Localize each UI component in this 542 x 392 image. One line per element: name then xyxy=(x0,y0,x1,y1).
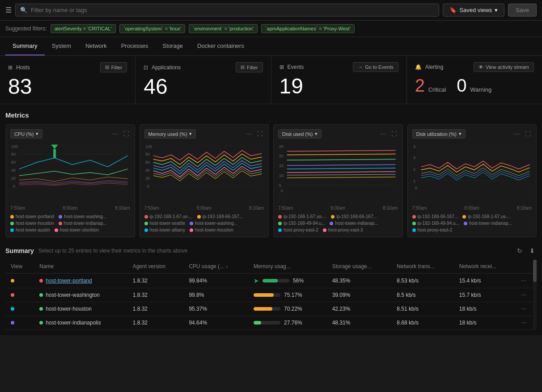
card-events: ⊞ Events → Go to Events 19 xyxy=(271,56,407,104)
nav-tabs: Summary System Network Processes Storage… xyxy=(0,37,542,56)
disk-util-more-btn[interactable]: ⋯ xyxy=(513,130,521,138)
legend-item: host-proxy-east-3 xyxy=(323,228,363,232)
tab-processes[interactable]: Processes xyxy=(114,37,156,55)
scrollbar-track[interactable] xyxy=(533,260,537,330)
filter-tag-0[interactable]: alertSeverity = 'CRITICAL' xyxy=(51,24,116,33)
progress-fill xyxy=(254,293,274,297)
svg-text:60: 60 xyxy=(145,160,149,164)
saved-views-label: Saved views xyxy=(459,7,492,13)
cpu-metric-btn[interactable]: CPU (%) ▾ xyxy=(10,129,42,139)
table-row: host-tower-indianapolis 1.8.32 94.64% 27… xyxy=(5,316,537,330)
svg-text:20: 20 xyxy=(145,176,149,181)
cpu-more-btn[interactable]: ⋯ xyxy=(111,130,119,138)
legend-item: host-tower-houston xyxy=(10,221,54,226)
cpu-svg: 100 80 60 40 20 0 xyxy=(10,142,130,205)
memory-val: 27.76% xyxy=(284,320,302,326)
row-name: host-tower-indianapolis xyxy=(34,316,127,330)
warning-block: 0 Warning xyxy=(457,76,491,96)
disk-metric-btn[interactable]: Disk used (%) ▾ xyxy=(278,129,322,139)
row-view[interactable] xyxy=(5,316,34,330)
hosts-icon: ⊞ xyxy=(8,64,13,71)
hosts-filter-button[interactable]: ⊟ Filter xyxy=(100,62,127,72)
disk-chart-canvas: 25 20 15 10 5 0 xyxy=(278,142,398,205)
memory-legend: ip-192-168-1-67.us-... ip-192-168-66-167… xyxy=(144,214,264,232)
svg-text:20: 20 xyxy=(11,176,16,181)
progress-fill xyxy=(263,279,278,282)
progress-fill xyxy=(254,321,261,325)
svg-text:80: 80 xyxy=(11,152,16,156)
disk-metric-label: Disk used (%) xyxy=(282,131,313,137)
legend-item: ip-192-168-49-94.u... xyxy=(412,221,459,226)
host-link[interactable]: host-tower-portland xyxy=(46,278,92,284)
cpu-chart-canvas: 100 80 60 40 20 0 xyxy=(10,142,130,205)
row-view[interactable] xyxy=(5,274,34,288)
legend-item: ip-192-168-1-67.us-... xyxy=(278,214,326,219)
row-cpu: 94.64% xyxy=(183,316,248,330)
bookmark-icon: 🔖 xyxy=(449,7,457,13)
row-view[interactable] xyxy=(5,288,34,302)
disk-util-metric-btn[interactable]: Disk utilization (%) ▾ xyxy=(412,129,466,139)
disk-chart-actions: ⋯ ⛶ xyxy=(379,130,398,138)
summary-subtitle: Select up to 25 entries to view their me… xyxy=(38,248,188,254)
tab-storage[interactable]: Storage xyxy=(155,37,190,55)
memory-bar-wrap: 27.76% xyxy=(254,320,322,326)
go-to-events-button[interactable]: → Go to Events xyxy=(353,62,398,72)
filter-icon-2: ⊟ xyxy=(241,64,245,70)
legend-item: ip-192-168-66-167... xyxy=(197,214,243,219)
tab-summary[interactable]: Summary xyxy=(5,37,45,55)
svg-text:25: 25 xyxy=(279,144,284,149)
save-button[interactable]: Save xyxy=(508,4,537,17)
tab-docker[interactable]: Docker containers xyxy=(190,37,251,55)
svg-marker-12 xyxy=(51,145,58,149)
legend-item: host-tower-houston xyxy=(190,228,233,232)
row-view[interactable] xyxy=(5,302,34,316)
charts-row: CPU (%) ▾ ⋯ ⛶ 100 80 60 40 20 0 xyxy=(5,124,537,237)
view-activity-stream-button[interactable]: 👁 View activity stream xyxy=(474,62,534,72)
metrics-section: Metrics CPU (%) ▾ ⋯ ⛶ 100 80 60 xyxy=(0,104,542,241)
row-cpu: 95.37% xyxy=(183,302,248,316)
memory-val: 75.17% xyxy=(284,292,302,298)
filter-tag-2[interactable]: `environment` = 'production' xyxy=(189,24,258,33)
disk-expand-btn[interactable]: ⛶ xyxy=(390,130,398,138)
filter-input[interactable] xyxy=(31,7,434,13)
memory-bar-wrap: 70.22% xyxy=(254,306,322,312)
memory-expand-btn[interactable]: ⛶ xyxy=(256,130,264,138)
events-value: 19 xyxy=(279,76,398,97)
svg-text:10: 10 xyxy=(279,173,284,178)
filter-tag-1[interactable]: `operatingSystem` = 'linux' xyxy=(119,24,185,33)
disk-more-btn[interactable]: ⋯ xyxy=(379,130,387,138)
memory-val: 70.22% xyxy=(284,306,302,312)
row-net-recv: 15.4 kb/s xyxy=(454,274,516,288)
arrow-right-icon: → xyxy=(358,64,363,70)
table-row: host-tower-portland 1.8.32 99.84% ➤ 56% xyxy=(5,274,537,288)
row-memory: 75.17% xyxy=(248,288,327,302)
legend-item: host-proxy-east-2 xyxy=(278,228,318,232)
scrollbar-thumb[interactable] xyxy=(533,260,537,282)
top-bar: ☰ 🔍 🔖 Saved views ▾ Save xyxy=(0,0,542,21)
summary-refresh-btn[interactable]: ↻ xyxy=(515,246,524,255)
tab-network[interactable]: Network xyxy=(78,37,114,55)
tab-system[interactable]: System xyxy=(45,37,78,55)
memory-val: 56% xyxy=(293,278,304,284)
applications-filter-button[interactable]: ⊟ Filter xyxy=(236,62,263,72)
summary-header: Summary Select up to 25 entries to view … xyxy=(5,246,537,255)
filter-tag-3[interactable]: `apmApplicationNames` = 'Proxy-West' xyxy=(261,24,355,33)
saved-views-button[interactable]: 🔖 Saved views ▾ xyxy=(443,4,504,17)
memory-chart-actions: ⋯ ⛶ xyxy=(245,130,264,138)
warning-value: 0 xyxy=(457,76,466,95)
summary-download-btn[interactable]: ⬇ xyxy=(528,246,537,255)
cpu-expand-btn[interactable]: ⛶ xyxy=(123,130,130,138)
memory-metric-btn[interactable]: Memory used (%) ▾ xyxy=(144,129,196,139)
row-agent: 1.8.32 xyxy=(127,316,184,330)
row-memory: ➤ 56% xyxy=(248,274,327,288)
card-alerting: 🔔 Alerting 👁 View activity stream 2 Crit… xyxy=(407,56,542,104)
disk-util-expand-btn[interactable]: ⛶ xyxy=(524,130,532,138)
col-name: Name xyxy=(34,260,127,274)
menu-icon[interactable]: ☰ xyxy=(5,6,12,14)
disk-svg: 25 20 15 10 5 0 xyxy=(278,142,398,205)
memory-more-btn[interactable]: ⋯ xyxy=(245,130,253,138)
svg-text:15: 15 xyxy=(279,164,284,168)
chart-cpu: CPU (%) ▾ ⋯ ⛶ 100 80 60 40 20 0 xyxy=(5,124,135,237)
col-cpu[interactable]: CPU usage (... ↓ xyxy=(183,260,248,274)
card-events-title: ⊞ Events xyxy=(279,64,304,70)
